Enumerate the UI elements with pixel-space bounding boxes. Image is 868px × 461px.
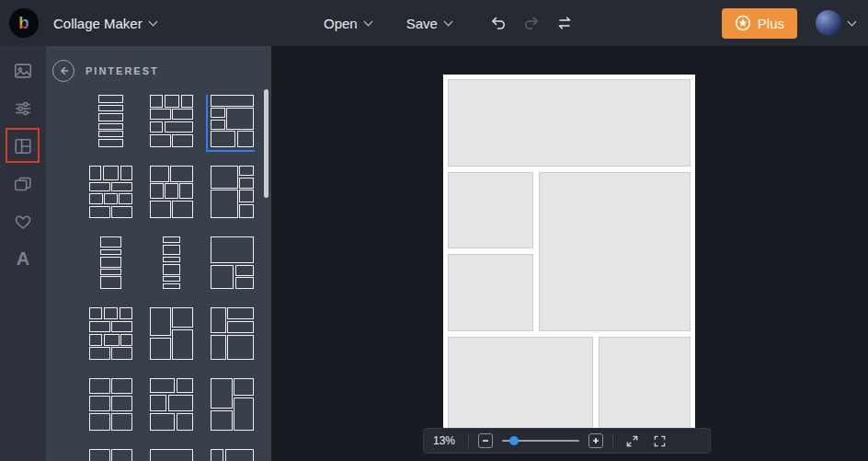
- layout-thumbnail-tall-1[interactable]: [89, 95, 132, 147]
- layout-thumbnail-mixed-5[interactable]: [211, 378, 254, 431]
- layout-thumbnail-mixed-6[interactable]: [211, 449, 254, 461]
- thumbnail-cell: [211, 335, 226, 360]
- collage-cell-3[interactable]: [448, 254, 533, 331]
- layout-thumbnail-grid-4[interactable]: [89, 307, 132, 360]
- save-menu[interactable]: Save: [406, 16, 451, 31]
- layout-thumbnail-mixed-1[interactable]: [211, 166, 254, 218]
- layout-thumbnail-grid-3[interactable]: [150, 166, 193, 218]
- thumbnail-cell: [211, 120, 225, 130]
- thumbnail-cell: [98, 123, 122, 130]
- redo-button[interactable]: [520, 11, 543, 35]
- chevron-down-icon: [148, 17, 157, 26]
- thumbnail-cell: [98, 113, 122, 121]
- user-avatar[interactable]: [816, 10, 841, 36]
- collage-cell-1[interactable]: [448, 79, 691, 167]
- layout-thumbnail-mixed-4[interactable]: [150, 378, 193, 431]
- thumbnail-cell: [98, 105, 122, 111]
- topbar-center: Open Save: [324, 0, 586, 46]
- thumbnail-cell: [165, 183, 178, 199]
- plus-icon: [592, 437, 600, 444]
- collage-cell-2[interactable]: [448, 172, 533, 248]
- thumbnail-cell: [104, 334, 120, 346]
- thumbnail-cell: [89, 449, 110, 461]
- layout-thumbnail-mixed-2[interactable]: [211, 236, 254, 289]
- zoom-slider-thumb[interactable]: [509, 436, 519, 445]
- thumbnail-cell: [111, 396, 132, 411]
- rail-item-layouts[interactable]: [0, 127, 46, 165]
- panel-scrollbar[interactable]: [264, 89, 268, 198]
- rail-item-photo-manager[interactable]: [0, 52, 46, 89]
- thumbnail-cell: [170, 166, 193, 182]
- plus-upgrade-button[interactable]: Plus: [722, 8, 797, 39]
- reset-button[interactable]: [553, 11, 577, 35]
- rail-item-text[interactable]: A: [0, 240, 46, 278]
- thumbnail-cell: [89, 396, 110, 411]
- thumbnail-cell: [111, 449, 132, 461]
- layout-thumbnail-pinterest-selected[interactable]: [211, 95, 254, 147]
- collage-preview[interactable]: [443, 75, 695, 453]
- layout-thumbnail-two-col-1[interactable]: [150, 307, 193, 360]
- thumbnail-cell: [89, 182, 110, 192]
- layout-thumbnail-grid-6[interactable]: [150, 449, 193, 461]
- thumbnail-cell: [98, 139, 122, 147]
- thumbnail-cell: [103, 166, 120, 180]
- rail-item-favorites[interactable]: [0, 202, 46, 240]
- thumbnail-cell: [89, 166, 101, 180]
- zoom-toolbar: 13%: [423, 428, 711, 454]
- layout-thumbnail-tall-3[interactable]: [150, 236, 193, 289]
- thumbnail-cell: [163, 276, 180, 282]
- thumbnail-cell: [111, 347, 132, 360]
- zoom-slider[interactable]: [502, 434, 579, 447]
- thumbnail-cell: [150, 183, 164, 199]
- thumbnail-cell: [239, 166, 254, 176]
- thumbnail-cell: [211, 307, 226, 333]
- befunky-logo[interactable]: b: [9, 8, 39, 38]
- thumbnail-cell: [165, 95, 180, 108]
- chevron-down-icon: [363, 17, 372, 26]
- fit-to-screen-button[interactable]: [622, 432, 641, 450]
- thumbnail-cell: [181, 95, 193, 108]
- thumbnail-cell: [211, 378, 233, 409]
- layout-thumbnail-two-col-2[interactable]: [89, 378, 132, 431]
- rail-item-edit[interactable]: [0, 89, 46, 127]
- thumbnail-cell: [98, 131, 122, 137]
- thumbnail-cell: [150, 338, 171, 360]
- thumbnail-cell: [226, 108, 254, 129]
- thumbnail-cell: [120, 334, 132, 346]
- thumbnail-cell: [98, 95, 122, 103]
- collage-cell-4[interactable]: [539, 172, 691, 331]
- tool-rail: A: [0, 46, 46, 461]
- back-button[interactable]: [52, 60, 74, 82]
- thumbnail-cell: [100, 236, 121, 248]
- layout-thumbnail-grid-5[interactable]: [89, 449, 132, 461]
- chevron-down-icon: [443, 17, 452, 26]
- layout-thumbnail-tall-2[interactable]: [89, 236, 132, 289]
- thumbnail-cell: [100, 276, 121, 289]
- thumbnail-cell: [177, 378, 193, 393]
- app-title-menu[interactable]: Collage Maker: [53, 16, 156, 31]
- minus-icon: [482, 437, 489, 444]
- thumbnail-cell: [163, 264, 180, 274]
- thumbnail-cell: [235, 277, 254, 289]
- thumbnail-cell: [100, 257, 121, 268]
- zoom-in-button[interactable]: [588, 433, 603, 448]
- thumbnail-cell: [172, 134, 193, 147]
- star-circle-icon: [735, 15, 751, 31]
- thumbnail-cell: [150, 307, 171, 336]
- thumbnail-cell: [104, 307, 119, 319]
- fullscreen-button[interactable]: [650, 432, 668, 450]
- layout-thumbnail-grid-2[interactable]: [89, 166, 132, 218]
- layout-thumbnail-grid-1[interactable]: [150, 95, 193, 147]
- open-menu[interactable]: Open: [324, 16, 371, 31]
- thumbnail-cell: [111, 413, 132, 431]
- thumbnail-cell: [211, 190, 238, 218]
- expand-icon: [625, 434, 639, 448]
- thumbnail-cell: [235, 265, 254, 276]
- layout-thumbnail-mixed-3[interactable]: [211, 307, 254, 360]
- thumbnail-cell: [89, 321, 110, 332]
- chevron-down-icon[interactable]: [848, 17, 857, 26]
- thumbnail-cell: [239, 204, 254, 218]
- undo-button[interactable]: [486, 11, 510, 35]
- zoom-out-button[interactable]: [478, 433, 493, 448]
- rail-item-graphics[interactable]: [0, 165, 46, 202]
